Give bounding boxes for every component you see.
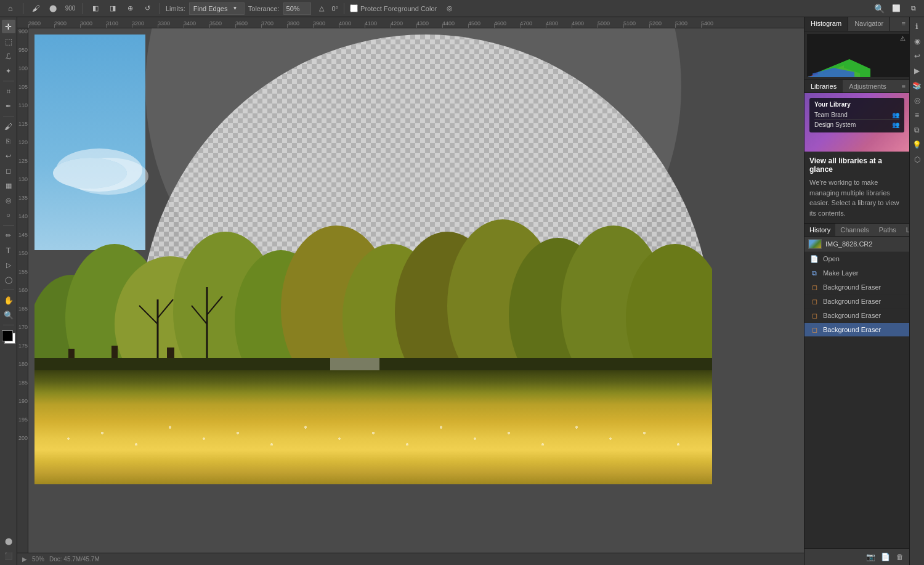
tab-paths[interactable]: Paths [874, 224, 901, 236]
tab-bar-spacer [890, 17, 898, 31]
right-panel-icon-6[interactable]: ◎ [912, 95, 923, 106]
type-tool[interactable]: T [2, 243, 15, 257]
tab-history[interactable]: History [804, 224, 835, 236]
history-item-bg-eraser-1[interactable]: ◻ Background Eraser [804, 280, 909, 295]
gradient-tool[interactable]: ▦ [2, 179, 15, 192]
tab-adjustments[interactable]: Adjustments [843, 80, 893, 92]
vertical-ruler: 900 950 1000 1050 1100 1150 1200 1250 13… [17, 28, 28, 553]
histogram-tab-bar: Histogram Navigator ≡ [804, 17, 909, 31]
brush-size-icon[interactable]: ⬤ [46, 2, 60, 15]
design-system-icon: 👥 [892, 121, 899, 128]
tool-sep-3 [3, 225, 14, 226]
path-tool[interactable]: ▷ [2, 258, 15, 272]
ruler-mark: 3100 [106, 20, 132, 28]
tab-histogram[interactable]: Histogram [804, 17, 848, 31]
shape-tool[interactable]: ◯ [2, 273, 15, 287]
right-panel-icon-3[interactable]: ↩ [912, 51, 923, 62]
ruler-marks-h: 2800 2900 3000 3100 3200 3300 3400 3500 … [28, 17, 727, 28]
eyedropper-tool[interactable]: ✒ [2, 99, 15, 113]
move-tool[interactable]: ✛ [2, 20, 15, 33]
crop-tool[interactable]: ⌗ [2, 84, 15, 98]
tolerance-input[interactable] [283, 2, 311, 15]
brush-options-icon[interactable]: 🖌 [29, 2, 43, 15]
your-library-title: Your Library [814, 101, 899, 108]
tab-libraries[interactable]: Libraries [804, 80, 843, 92]
protect-fg-label[interactable]: Protect Foreground Color [350, 4, 437, 12]
limits-dropdown[interactable]: Find Edges ▼ [189, 2, 245, 15]
top-toolbar: ⌂ 🖌 ⬤ 900 ◧ ◨ ⊕ ↺ Limits: Find Edges ▼ T… [0, 0, 924, 17]
tool-sep-4 [3, 290, 14, 290]
hand-tool[interactable]: ✋ [2, 293, 15, 307]
selection-tool[interactable]: ⬚ [2, 35, 15, 48]
sample-icon-4[interactable]: ↺ [140, 2, 154, 15]
ruler-v-mark: 1850 [17, 380, 28, 398]
brush-tool[interactable]: 🖌 [2, 120, 15, 133]
history-item-bg-eraser-3[interactable]: ◻ Background Eraser [804, 309, 909, 323]
status-doc-size: Doc: 45.7M/45.7M [49, 556, 100, 563]
history-eraser-icon-3: ◻ [809, 311, 819, 320]
histogram-menu-icon[interactable]: ≡ [898, 17, 909, 31]
clone-tool[interactable]: ⎘ [2, 134, 15, 148]
history-new-doc-icon[interactable]: 📄 [880, 551, 891, 563]
ruler-v-mark: 1050 [17, 84, 28, 102]
screen-mode-toggle[interactable]: ⬛ [2, 549, 15, 563]
history-item-make-layer[interactable]: ⧉ Make Layer [804, 266, 909, 280]
ruler-v-mark: 1250 [17, 158, 28, 176]
history-file-row[interactable]: IMG_8628.CR2 [804, 237, 909, 252]
color-swatches[interactable] [2, 330, 15, 344]
brush-preview-icon[interactable]: ◎ [443, 2, 456, 15]
right-panel-icon-2[interactable]: ◉ [912, 36, 923, 47]
tab-navigator[interactable]: Navigator [848, 17, 890, 31]
lasso-tool[interactable]: ℒ [2, 49, 15, 63]
right-panel-icon-7[interactable]: ≡ [912, 110, 923, 121]
tab-channels[interactable]: Channels [835, 224, 873, 236]
toolbar-separator-4 [344, 3, 344, 14]
ruler-v-mark: 1300 [17, 176, 28, 195]
screen-mode-icon[interactable]: ⬜ [890, 2, 903, 15]
history-item-open[interactable]: 📄 Open [804, 252, 909, 266]
quick-mask-tool[interactable]: ⬤ [2, 534, 15, 548]
history-open-label: Open [823, 255, 840, 262]
sample-icon-2[interactable]: ◨ [106, 2, 120, 15]
protect-fg-checkbox[interactable] [350, 4, 358, 12]
right-icon-strip: ℹ ◉ ↩ ▶ 📚 ◎ ≡ ⧉ 💡 ⬡ [909, 17, 924, 565]
eraser-tool[interactable]: ◻ [2, 164, 15, 177]
tab-layers[interactable]: Layers [901, 224, 909, 236]
arrange-icon[interactable]: ⧉ [907, 2, 920, 15]
home-icon[interactable]: ⌂ [4, 2, 17, 15]
ruler-mark: 3400 [184, 20, 209, 28]
angle-icon[interactable]: △ [315, 2, 328, 15]
blur-tool[interactable]: ◎ [2, 193, 15, 207]
ruler-mark: 3500 [209, 20, 235, 28]
libraries-menu-icon[interactable]: ≡ [898, 80, 909, 92]
ruler-v-mark: 1950 [17, 417, 28, 435]
history-camera-icon[interactable]: 📷 [865, 551, 876, 563]
distant-structure [330, 358, 379, 370]
history-item-bg-eraser-4[interactable]: ◻ Background Eraser [804, 323, 909, 337]
wand-tool[interactable]: ✦ [2, 64, 15, 78]
panel-inner: Histogram Navigator ≡ ⚠ Libraries Adjust… [804, 17, 909, 565]
right-panel-icon-10[interactable]: ⬡ [912, 154, 923, 165]
search-icon[interactable]: 🔍 [872, 2, 886, 15]
sample-icon-1[interactable]: ◧ [89, 2, 102, 15]
history-brush-tool[interactable]: ↩ [2, 149, 15, 163]
library-row-team-brand: Team Brand 👥 [814, 110, 899, 120]
canvas-viewport[interactable] [28, 28, 804, 553]
right-panel-icon-9[interactable]: 💡 [912, 139, 923, 150]
right-panel-icon-8[interactable]: ⧉ [912, 124, 923, 136]
ruler-mark: 2900 [54, 20, 80, 28]
zoom-tool[interactable]: 🔍 [2, 308, 15, 322]
right-panel-icon-1[interactable]: ℹ [912, 21, 923, 32]
left-toolbox: ✛ ⬚ ℒ ✦ ⌗ ✒ 🖌 ⎘ ↩ ◻ ▦ ◎ ○ ✏ T ▷ ◯ ✋ 🔍 ⬤ … [0, 17, 17, 565]
dodge-tool[interactable]: ○ [2, 208, 15, 222]
history-item-bg-eraser-2[interactable]: ◻ Background Eraser [804, 295, 909, 309]
foreground-color[interactable] [2, 330, 13, 341]
right-panel-icon-5[interactable]: 📚 [912, 80, 923, 91]
pen-tool[interactable]: ✏ [2, 229, 15, 242]
ruler-v-mark: 1350 [17, 195, 28, 213]
right-panel-icon-4[interactable]: ▶ [912, 65, 923, 76]
library-row-design-system: Design System 👥 [814, 120, 899, 129]
sample-icon-3[interactable]: ⊕ [123, 2, 137, 15]
history-trash-icon[interactable]: 🗑 [894, 551, 906, 563]
ruler-v-mark: 1550 [17, 269, 28, 287]
